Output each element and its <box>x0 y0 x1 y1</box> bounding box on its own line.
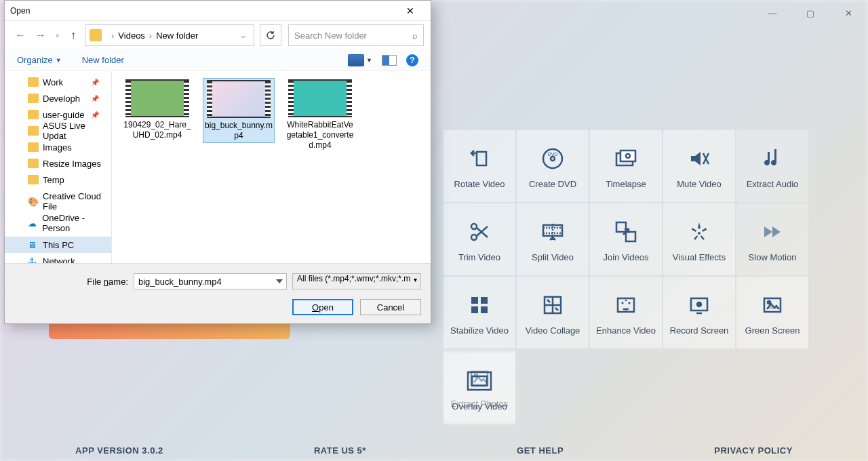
tool-label: Record Screen <box>670 325 729 336</box>
pin-icon: 📌 <box>91 79 99 86</box>
app-version[interactable]: APP VERSION 3.0.2 <box>75 445 163 456</box>
recent-dropdown[interactable]: ▾ <box>52 26 62 44</box>
help-icon[interactable]: ? <box>406 54 418 66</box>
tool-label: Create DVD <box>529 179 576 189</box>
dialog-titlebar: Open ✕ <box>5 1 431 21</box>
folder-icon <box>28 126 39 136</box>
refresh-button[interactable] <box>260 24 281 46</box>
fx-icon <box>684 217 714 247</box>
open-button[interactable]: Open <box>292 299 353 315</box>
tool-video-collage[interactable]: Video Collage <box>517 277 589 348</box>
tool-label: Visual Effects <box>673 252 726 262</box>
maximize-button[interactable]: ▢ <box>797 4 823 22</box>
chevron-down-icon[interactable]: ⌵ <box>237 31 250 40</box>
pc-icon: 🖥 <box>28 240 39 249</box>
toolbar: Organize▼ New folder ▼ ? <box>5 49 431 71</box>
sidebar-item-images[interactable]: Images <box>5 139 111 155</box>
svg-rect-10 <box>616 222 626 232</box>
crumb-videos[interactable]: Videos <box>118 31 145 41</box>
sidebar-label: Work <box>43 77 63 87</box>
sidebar-item-developh[interactable]: Developh📌 <box>5 90 111 106</box>
tool-label: Stabilize Video <box>450 325 509 336</box>
up-button[interactable]: ↑ <box>64 26 82 44</box>
video-thumbnail <box>125 79 189 117</box>
folder-icon <box>28 110 39 119</box>
sidebar-label: Resize Images <box>43 159 101 169</box>
tool-enhance-video[interactable]: Enhance Video <box>590 277 662 348</box>
tool-green-screen[interactable]: Green Screen <box>736 277 808 348</box>
filetype-filter[interactable]: All files (*.mp4;*.wmv;*.mkv;*.m <box>292 273 421 289</box>
folder-icon <box>28 175 39 184</box>
sidebar-item-onedrive---person[interactable]: ☁OneDrive - Person <box>5 215 111 231</box>
folder-icon <box>28 159 39 168</box>
svg-rect-16 <box>481 306 488 313</box>
tool-timelapse[interactable]: Timelapse <box>590 130 662 202</box>
tool-record-screen[interactable]: Record Screen <box>663 277 735 348</box>
file-list: 190429_02_Hare_UHD_02.mp4big_buck_bunny.… <box>112 71 431 263</box>
record-icon <box>684 290 714 320</box>
svg-point-20 <box>697 302 701 306</box>
svg-point-7 <box>471 235 477 240</box>
search-placeholder: Search New folder <box>294 31 367 41</box>
new-folder-button[interactable]: New folder <box>82 55 124 65</box>
bottom-bar: APP VERSION 3.0.2 RATE US 5* GET HELP PR… <box>0 445 868 456</box>
tool-label: Video Collage <box>526 325 580 336</box>
crumb-newfolder[interactable]: New folder <box>156 31 198 41</box>
rate-us-link[interactable]: RATE US 5* <box>314 445 366 456</box>
tool-label: Timelapse <box>606 179 646 189</box>
sidebar-item-work[interactable]: Work📌 <box>5 74 111 90</box>
sidebar-item-resize-images[interactable]: Resize Images <box>5 155 111 172</box>
view-mode-button[interactable]: ▼ <box>348 54 372 66</box>
network-icon: 🖧 <box>28 256 39 263</box>
close-icon[interactable]: ✕ <box>395 5 425 16</box>
tool-label: Join Videos <box>604 252 649 262</box>
file-name: WhiteRabbitEatVegetable1_converted.mp4 <box>285 120 355 151</box>
minimize-button[interactable]: — <box>760 4 785 22</box>
tool-join-videos[interactable]: Join Videos <box>590 203 662 275</box>
svg-point-2 <box>551 157 555 161</box>
creative-cloud-icon: 🎨 <box>28 197 39 206</box>
preview-pane-button[interactable] <box>382 55 397 66</box>
tool-rotate-video[interactable]: Rotate Video <box>443 130 515 202</box>
forward-button[interactable]: → <box>32 26 50 44</box>
folder-icon <box>90 29 102 41</box>
sidebar-item-network[interactable]: 🖧Network <box>5 253 111 263</box>
tool-stabilize-video[interactable]: Stabilize Video <box>443 277 515 348</box>
back-button[interactable]: ← <box>12 26 29 44</box>
get-help-link[interactable]: GET HELP <box>517 445 564 456</box>
tool-visual-effects[interactable]: Visual Effects <box>663 203 735 275</box>
tool-slow-motion[interactable]: Slow Motion <box>736 203 808 275</box>
file-name: big_buck_bunny.mp4 <box>205 121 273 141</box>
tool-create-dvd[interactable]: DVDCreate DVD <box>517 130 589 202</box>
tool-label: Enhance Video <box>596 325 656 336</box>
tool-label: Mute Video <box>677 179 722 189</box>
tool-split-video[interactable]: Split Video <box>517 203 589 275</box>
nav-row: ← → ▾ ↑ › Videos › New folder ⌵ Search N… <box>5 21 431 49</box>
sidebar-item-this-pc[interactable]: 🖥This PC <box>5 237 111 253</box>
organize-menu[interactable]: Organize▼ <box>17 55 62 65</box>
sidebar-item-temp[interactable]: Temp <box>5 172 111 188</box>
search-input[interactable]: Search New folder ⌕ <box>288 24 424 46</box>
file-item[interactable]: 190429_02_Hare_UHD_02.mp4 <box>121 78 193 142</box>
sidebar-item-creative-cloud-file[interactable]: 🎨Creative Cloud File <box>5 193 111 209</box>
sidebar-label: user-guide <box>43 110 84 120</box>
file-item[interactable]: WhiteRabbitEatVegetable1_converted.mp4 <box>284 78 356 152</box>
cancel-button[interactable]: Cancel <box>360 299 421 315</box>
sidebar-item-asus-live-updat[interactable]: ASUS Live Updat <box>5 123 111 139</box>
file-item[interactable]: big_buck_bunny.mp4 <box>203 78 275 143</box>
privacy-link[interactable]: PRIVACY POLICY <box>714 445 793 456</box>
svg-rect-11 <box>626 232 635 241</box>
close-window-button[interactable]: ✕ <box>835 4 861 22</box>
filename-input[interactable] <box>134 273 287 289</box>
tool-overlay-video[interactable]: Overlay Video <box>443 353 515 424</box>
enhance-icon <box>611 290 641 320</box>
svg-point-22 <box>768 301 770 304</box>
onedrive-icon: ☁ <box>28 218 38 228</box>
tool-extract-audio[interactable]: Extract Audio <box>736 130 808 202</box>
sidebar-label: This PC <box>43 240 74 250</box>
tool-mute-video[interactable]: Mute Video <box>663 130 735 202</box>
breadcrumb-bar[interactable]: › Videos › New folder ⌵ <box>85 24 254 46</box>
tool-label: Green Screen <box>745 325 800 336</box>
tool-trim-video[interactable]: Trim Video <box>443 203 515 275</box>
tool-label: Trim Video <box>458 252 500 262</box>
